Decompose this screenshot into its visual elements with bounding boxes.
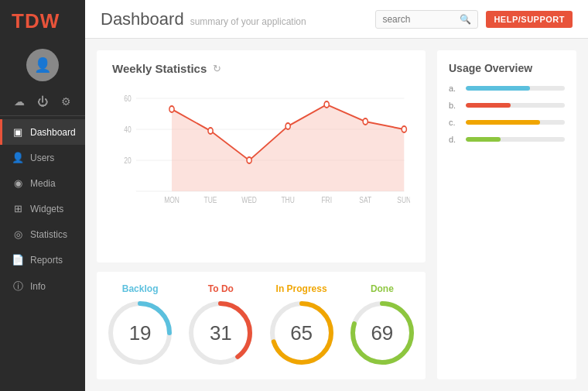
usage-track-a bbox=[466, 86, 565, 91]
svg-point-11 bbox=[285, 123, 290, 129]
main-content: Dashboard summary of your application 🔍 … bbox=[85, 0, 588, 391]
usage-track-c bbox=[466, 120, 565, 125]
sidebar-item-label: Widgets bbox=[30, 204, 63, 214]
avatar[interactable]: 👤 bbox=[26, 49, 59, 81]
search-box[interactable]: 🔍 bbox=[375, 10, 478, 29]
stat-value-todo: 31 bbox=[210, 321, 232, 345]
header-title-wrap: Dashboard summary of your application bbox=[101, 9, 306, 29]
svg-text:SAT: SAT bbox=[359, 195, 371, 204]
stat-label-backlog: Backlog bbox=[122, 283, 159, 294]
usage-fill-c bbox=[466, 120, 540, 125]
svg-text:20: 20 bbox=[124, 156, 132, 165]
chart-header: Weekly Statistics ↻ bbox=[112, 62, 410, 75]
stat-circle-inprogress: 65 bbox=[267, 298, 337, 368]
usage-fill-b bbox=[466, 103, 511, 108]
weekly-chart: 60 40 20 bbox=[112, 83, 410, 207]
stat-label-inprogress: In Progress bbox=[276, 283, 327, 294]
usage-fill-d bbox=[466, 137, 501, 142]
usage-bars: a. b. c. d. bbox=[449, 84, 565, 144]
svg-text:40: 40 bbox=[124, 125, 132, 134]
widgets-icon: ⊞ bbox=[12, 203, 24, 214]
sidebar-item-statistics[interactable]: ◎Statistics bbox=[0, 221, 85, 247]
svg-text:MON: MON bbox=[164, 195, 179, 204]
stat-label-todo: To Do bbox=[208, 283, 234, 294]
settings-icon[interactable]: ⚙ bbox=[61, 95, 71, 108]
sidebar-nav: ▣Dashboard👤Users◉Media⊞Widgets◎Statistic… bbox=[0, 119, 85, 300]
help-support-button[interactable]: HELP/SUPPORT bbox=[486, 11, 573, 28]
usage-label-d: d. bbox=[449, 135, 461, 144]
left-panel: Weekly Statistics ↻ 60 40 20 bbox=[97, 50, 426, 379]
stat-circle-done: 69 bbox=[347, 298, 417, 368]
stat-circle-backlog: 19 bbox=[105, 298, 175, 368]
svg-text:FRI: FRI bbox=[321, 195, 332, 204]
sidebar-logo: TDW bbox=[0, 0, 85, 43]
media-icon: ◉ bbox=[12, 177, 24, 189]
stats-cards-row: Backlog 19 To Do 31 In Progress bbox=[97, 272, 426, 379]
svg-point-10 bbox=[247, 157, 251, 163]
users-icon: 👤 bbox=[12, 152, 24, 163]
usage-card: Usage Overview a. b. c. d. bbox=[437, 50, 576, 379]
dashboard-body: Weekly Statistics ↻ 60 40 20 bbox=[85, 39, 588, 391]
usage-label-c: c. bbox=[449, 118, 461, 127]
stat-card-done: Done 69 bbox=[347, 283, 418, 368]
search-icon: 🔍 bbox=[460, 14, 471, 25]
sidebar: TDW 👤 ☁ ⏻ ⚙ ▣Dashboard👤Users◉Media⊞Widge… bbox=[0, 0, 85, 391]
stat-value-done: 69 bbox=[371, 321, 393, 345]
usage-label-b: b. bbox=[449, 101, 461, 110]
sidebar-item-widgets[interactable]: ⊞Widgets bbox=[0, 196, 85, 221]
svg-point-14 bbox=[402, 126, 406, 132]
svg-text:WED: WED bbox=[241, 195, 257, 204]
sidebar-item-label: Reports bbox=[30, 255, 63, 266]
stat-card-inprogress: In Progress 65 bbox=[266, 283, 337, 368]
svg-text:THU: THU bbox=[281, 195, 294, 204]
svg-marker-7 bbox=[172, 105, 404, 191]
usage-row-c: c. bbox=[449, 118, 565, 127]
svg-text:TUE: TUE bbox=[204, 195, 217, 204]
sidebar-avatar: 👤 bbox=[0, 43, 85, 91]
sidebar-item-dashboard[interactable]: ▣Dashboard bbox=[0, 119, 85, 145]
sidebar-item-label: Media bbox=[30, 178, 56, 189]
stat-value-backlog: 19 bbox=[129, 321, 152, 345]
usage-row-a: a. bbox=[449, 84, 565, 93]
dashboard-icon: ▣ bbox=[12, 126, 24, 138]
svg-point-13 bbox=[363, 118, 368, 125]
sidebar-item-info[interactable]: ⓘInfo bbox=[0, 273, 85, 300]
page-subtitle: summary of your application bbox=[190, 16, 306, 27]
reports-icon: 📄 bbox=[12, 254, 24, 266]
svg-point-8 bbox=[169, 106, 174, 112]
stat-label-done: Done bbox=[371, 283, 394, 294]
usage-label-a: a. bbox=[449, 84, 461, 93]
usage-row-b: b. bbox=[449, 101, 565, 110]
usage-row-d: d. bbox=[449, 135, 565, 144]
sidebar-utility-icons: ☁ ⏻ ⚙ bbox=[0, 91, 85, 116]
stat-card-todo: To Do 31 bbox=[185, 283, 256, 368]
svg-text:SUN: SUN bbox=[397, 195, 410, 204]
usage-track-b bbox=[466, 103, 565, 108]
sidebar-item-reports[interactable]: 📄Reports bbox=[0, 247, 85, 273]
stat-value-inprogress: 65 bbox=[290, 321, 313, 345]
sidebar-item-users[interactable]: 👤Users bbox=[0, 145, 85, 170]
page-title: Dashboard bbox=[101, 9, 184, 29]
sidebar-item-label: Users bbox=[30, 153, 54, 163]
svg-text:60: 60 bbox=[124, 94, 132, 103]
stat-circle-todo: 31 bbox=[186, 298, 255, 368]
header: Dashboard summary of your application 🔍 … bbox=[85, 0, 588, 39]
right-panel: Usage Overview a. b. c. d. bbox=[437, 50, 576, 379]
usage-fill-a bbox=[466, 86, 530, 91]
chart-card: Weekly Statistics ↻ 60 40 20 bbox=[97, 50, 426, 262]
power-icon[interactable]: ⏻ bbox=[37, 95, 48, 108]
cloud-icon[interactable]: ☁ bbox=[14, 95, 25, 108]
header-right: 🔍 HELP/SUPPORT bbox=[375, 10, 573, 29]
search-input[interactable] bbox=[382, 14, 460, 25]
usage-track-d bbox=[466, 137, 565, 142]
info-icon: ⓘ bbox=[12, 280, 24, 293]
svg-point-9 bbox=[208, 128, 213, 134]
refresh-icon[interactable]: ↻ bbox=[213, 63, 221, 74]
stat-card-backlog: Backlog 19 bbox=[104, 283, 176, 368]
usage-title: Usage Overview bbox=[449, 62, 565, 74]
statistics-icon: ◎ bbox=[12, 228, 24, 240]
sidebar-item-label: Info bbox=[30, 281, 46, 292]
svg-point-12 bbox=[324, 101, 329, 108]
sidebar-item-media[interactable]: ◉Media bbox=[0, 170, 85, 196]
chart-title: Weekly Statistics bbox=[112, 62, 207, 75]
